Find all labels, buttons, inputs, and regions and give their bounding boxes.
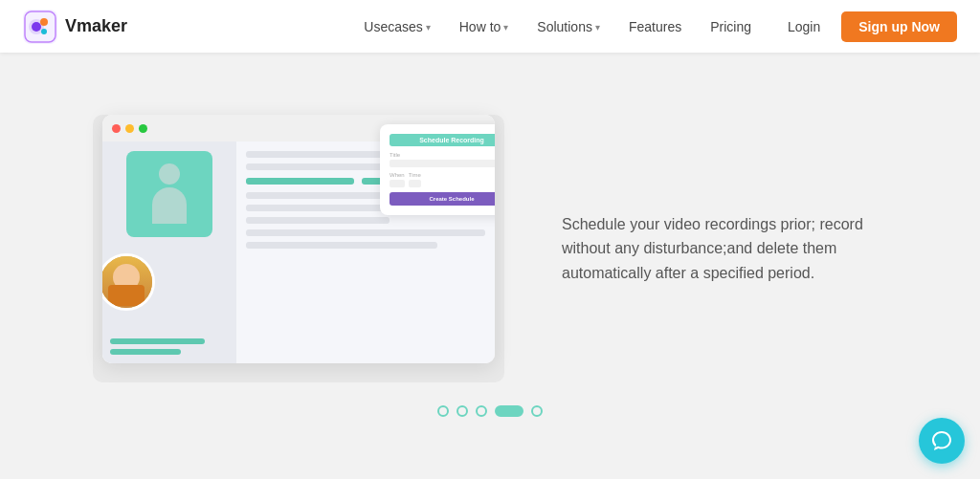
profile-lines [102,335,236,363]
pagination-dot-3[interactable] [476,405,487,417]
silhouette-body [152,187,187,224]
nav-links: Usecases ▾ How to ▾ Solutions ▾ Features… [352,13,763,40]
main-content: Schedule Recording Title When Time [0,53,980,479]
silhouette-head [159,163,180,185]
schedule-card: Schedule Recording Title When Time [380,124,495,215]
avatar [102,253,155,311]
schedule-time-label: Time [409,172,421,178]
nav-label-usecases: Usecases [364,19,422,34]
chat-support-button[interactable] [919,418,965,464]
chat-icon [930,429,953,452]
svg-point-5 [41,29,47,34]
nav-label-features: Features [629,19,681,34]
schedule-row: When Time [390,172,495,187]
browser-body: Schedule Recording Title When Time [102,142,495,363]
dot-yellow [125,124,134,133]
svg-point-4 [40,18,48,26]
illustration: Schedule Recording Title When Time [93,115,504,382]
logo-icon [23,10,57,44]
nav-item-usecases[interactable]: Usecases ▾ [352,13,441,40]
nav-label-pricing: Pricing [710,19,751,34]
text-side: Schedule your video recordings prior; re… [562,212,887,286]
pagination-dot-2[interactable] [457,405,468,417]
dot-green [139,124,147,133]
avatar-person [102,256,152,308]
pagination-dots [437,405,543,417]
pagination-dot-5[interactable] [531,405,543,417]
description-text: Schedule your video recordings prior; re… [562,212,887,286]
nav-item-pricing[interactable]: Pricing [699,13,763,40]
logo-text: Vmaker [65,16,127,36]
pagination-dot-1[interactable] [437,405,449,417]
schedule-when-label: When [390,172,405,178]
signup-button[interactable]: Sign up Now [841,11,957,42]
nav-item-solutions[interactable]: Solutions ▾ [525,13,612,40]
schedule-time-input [409,180,421,187]
chevron-down-icon: ▾ [503,22,508,33]
schedule-title-label: Title [390,152,495,158]
content-line-accent [246,178,354,185]
login-button[interactable]: Login [774,13,834,40]
content-line [246,217,390,224]
dot-red [112,124,121,133]
svg-point-3 [32,22,41,32]
profile-line [110,338,205,344]
nav-item-howto[interactable]: How to ▾ [448,13,521,40]
silhouette [145,163,193,226]
avatar-shirt [108,285,145,306]
profile-bg-shape [126,151,212,237]
schedule-title-input [390,160,495,167]
pagination-dot-4-active[interactable] [495,405,523,417]
slide-area: Schedule Recording Title When Time [59,115,921,382]
logo[interactable]: Vmaker [23,10,127,44]
create-schedule-button[interactable]: Create Schedule [390,192,495,206]
nav-item-features[interactable]: Features [617,13,693,40]
schedule-card-header: Schedule Recording [390,134,495,146]
nav-label-solutions: Solutions [537,19,592,34]
profile-panel [102,142,236,363]
chevron-down-icon: ▾ [426,22,431,33]
profile-line [110,349,181,355]
browser-mockup: Schedule Recording Title When Time [102,115,495,363]
content-line [246,229,485,236]
nav-label-howto: How to [459,19,501,34]
content-line [246,242,437,249]
chevron-down-icon: ▾ [595,22,600,33]
schedule-when-input [390,180,405,187]
navbar: Vmaker Usecases ▾ How to ▾ Solutions ▾ F… [0,0,980,53]
